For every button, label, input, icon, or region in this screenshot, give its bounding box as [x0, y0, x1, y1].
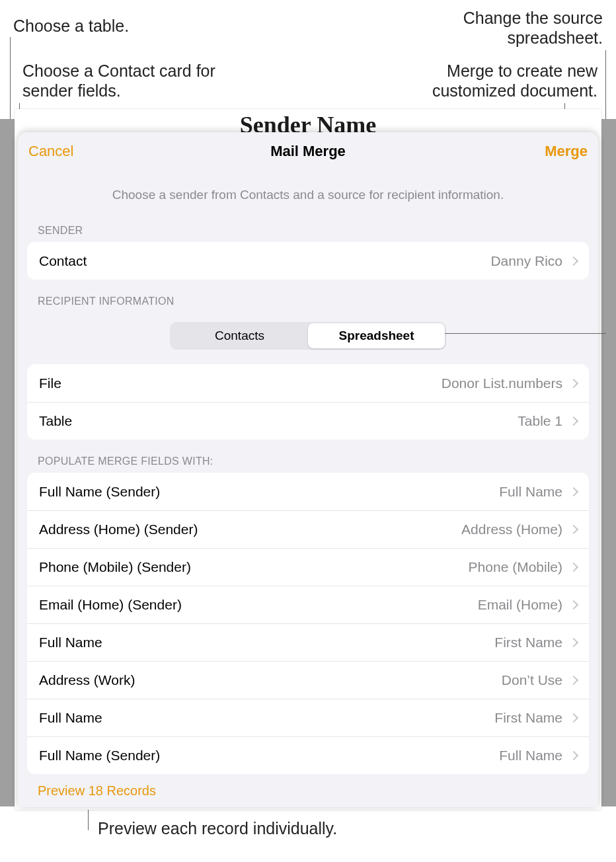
field-value: Don’t Use — [502, 672, 562, 688]
field-label: Phone (Mobile) (Sender) — [39, 559, 469, 575]
chevron-right-icon — [569, 563, 578, 572]
field-label: Full Name (Sender) — [39, 748, 499, 764]
field-label: Address (Work) — [39, 672, 502, 688]
sender-group: Contact Danny Rico — [27, 242, 589, 280]
chevron-right-icon — [569, 487, 578, 496]
chevron-right-icon — [569, 525, 578, 534]
annotation-change-source: Change the source spreadsheet. — [418, 8, 603, 48]
field-row[interactable]: Full Name (Sender) Full Name — [27, 473, 589, 510]
segmented-control: Contacts Spreadsheet — [170, 322, 446, 350]
chevron-right-icon — [569, 416, 578, 426]
section-sender: SENDER — [18, 209, 598, 242]
table-row[interactable]: Table Table 1 — [27, 402, 589, 440]
segment-contacts[interactable]: Contacts — [171, 323, 308, 348]
field-value: Address (Home) — [461, 522, 562, 537]
annotation-choose-table: Choose a table. — [13, 16, 129, 36]
chevron-right-icon — [569, 256, 578, 265]
chevron-right-icon — [569, 713, 578, 723]
fields-group: Full Name (Sender) Full Name Address (Ho… — [27, 473, 589, 774]
chevron-right-icon — [569, 600, 578, 609]
table-value: Table 1 — [518, 413, 562, 429]
annotation-choose-contact: Choose a Contact card for sender fields. — [22, 61, 241, 100]
segmented-wrap: Contacts Spreadsheet — [18, 313, 598, 352]
field-row[interactable]: Phone (Mobile) (Sender) Phone (Mobile) — [27, 548, 589, 586]
annotation-preview-each: Preview each record individually. — [98, 818, 337, 838]
subtitle-text: Choose a sender from Contacts and a sour… — [18, 171, 598, 209]
chevron-right-icon — [569, 378, 578, 387]
section-populate: POPULATE MERGE FIELDS WITH: — [18, 440, 598, 473]
field-value: Email (Home) — [478, 597, 562, 613]
contact-label: Contact — [39, 253, 490, 269]
contact-row[interactable]: Contact Danny Rico — [27, 242, 589, 280]
chevron-right-icon — [569, 638, 578, 647]
field-row[interactable]: Email (Home) (Sender) Email (Home) — [27, 586, 589, 623]
mail-merge-sheet: Cancel Mail Merge Merge Choose a sender … — [18, 132, 598, 807]
section-recipient: RECIPIENT INFORMATION — [18, 280, 598, 313]
annotation-line — [445, 333, 606, 334]
field-label: Address (Home) (Sender) — [39, 522, 461, 537]
field-row[interactable]: Full Name (Sender) Full Name — [27, 736, 589, 774]
field-label: Full Name — [39, 710, 494, 726]
field-value: First Name — [494, 710, 562, 726]
nav-title: Mail Merge — [270, 143, 346, 160]
field-value: Full Name — [499, 484, 562, 500]
field-row[interactable]: Full Name First Name — [27, 699, 589, 736]
contact-value: Danny Rico — [490, 253, 562, 269]
field-value: Phone (Mobile) — [469, 559, 562, 575]
nav-bar: Cancel Mail Merge Merge — [18, 132, 598, 171]
field-row[interactable]: Address (Work) Don’t Use — [27, 661, 589, 699]
cancel-button[interactable]: Cancel — [18, 132, 84, 171]
source-group: File Donor List.numbers Table Table 1 — [27, 364, 589, 440]
file-row[interactable]: File Donor List.numbers — [27, 364, 589, 402]
file-value: Donor List.numbers — [442, 375, 562, 391]
field-label: Full Name — [39, 635, 494, 650]
field-value: Full Name — [499, 748, 562, 764]
chevron-right-icon — [569, 751, 578, 760]
chevron-right-icon — [569, 676, 578, 685]
file-label: File — [39, 375, 442, 391]
field-row[interactable]: Address (Home) (Sender) Address (Home) — [27, 510, 589, 548]
field-label: Email (Home) (Sender) — [39, 597, 478, 613]
segment-spreadsheet[interactable]: Spreadsheet — [308, 323, 445, 348]
field-label: Full Name (Sender) — [39, 484, 499, 500]
annotation-merge-doc: Merge to create new customized document. — [386, 61, 597, 100]
merge-button[interactable]: Merge — [534, 132, 598, 171]
field-value: First Name — [494, 635, 562, 650]
preview-records-link[interactable]: Preview 18 Records — [18, 774, 598, 799]
table-label: Table — [39, 413, 518, 429]
field-row[interactable]: Full Name First Name — [27, 623, 589, 661]
